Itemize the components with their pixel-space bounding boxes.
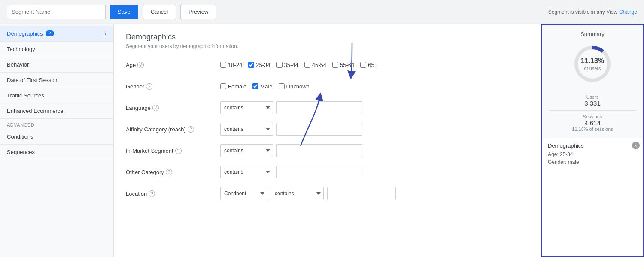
conditions-text: Age: 25-34 Gender: male	[548, 151, 637, 166]
age-checkbox-65plus[interactable]	[360, 62, 366, 68]
affinity-row: Affinity Category (reach) ? contains doe…	[126, 122, 529, 136]
affinity-label: Affinity Category (reach) ?	[126, 126, 220, 133]
gender-checkbox-unknown[interactable]	[279, 83, 285, 89]
location-help-icon[interactable]: ?	[149, 190, 155, 197]
summary-top: Summary 11.13% of users Users 3,331	[542, 25, 643, 138]
gender-row: Gender ? Female Male Unknown	[126, 79, 529, 93]
affinity-controls: contains does not contain exactly matche…	[220, 123, 362, 136]
summary-panel: Summary 11.13% of users Users 3,331	[541, 24, 644, 257]
other-category-help-icon[interactable]: ?	[166, 169, 172, 175]
affinity-dropdown[interactable]: contains does not contain exactly matche…	[220, 123, 273, 136]
sessions-sub: 11.18% of sessions	[572, 127, 613, 132]
location-input[interactable]	[327, 187, 396, 200]
age-option-65plus[interactable]: 65+	[360, 62, 377, 68]
segment-name-input[interactable]	[7, 5, 106, 19]
badge-demographics: 2	[46, 30, 54, 36]
sidebar-item-traffic-sources[interactable]: Traffic Sources	[0, 88, 113, 103]
sidebar-label-technology: Technology	[7, 46, 35, 52]
location-dropdown2[interactable]: contains does not contain exactly matche…	[271, 187, 324, 200]
advanced-section-label: Advanced	[0, 119, 113, 129]
gender-option-unknown[interactable]: Unknown	[279, 83, 310, 90]
gender-option-male[interactable]: Male	[252, 83, 272, 90]
age-row: Age ? 18-24 25-34 35-44 45-54 55-64	[126, 58, 529, 72]
location-dropdown1[interactable]: Continent Country Region City	[220, 187, 267, 200]
sidebar-item-demographics[interactable]: Demographics 2 ›	[0, 26, 113, 42]
language-row: Language ? contains does not contain exa…	[126, 101, 529, 115]
summary-conditions: × Demographics Age: 25-34 Gender: male	[542, 138, 643, 256]
sidebar-item-sequences[interactable]: Sequences	[0, 145, 113, 160]
sidebar-item-date-of-first-session[interactable]: Date of First Session	[0, 73, 113, 88]
preview-button[interactable]: Preview	[180, 5, 216, 19]
sidebar-label-sequences: Sequences	[7, 149, 35, 155]
gender-checkbox-female[interactable]	[220, 83, 226, 89]
language-input[interactable]	[276, 101, 362, 114]
sidebar: Demographics 2 › Technology Behavior Dat…	[0, 24, 114, 257]
sidebar-label-enhanced-ecommerce: Enhanced Ecommerce	[7, 108, 64, 114]
sessions-stat: Sessions 4,614 11.18% of sessions	[572, 112, 613, 133]
donut-center: 11.13% of users	[581, 57, 604, 71]
close-button[interactable]: ×	[632, 142, 640, 149]
in-market-label: In-Market Segment ?	[126, 148, 220, 154]
sidebar-item-behavior[interactable]: Behavior	[0, 57, 113, 73]
language-dropdown[interactable]: contains does not contain exactly matche…	[220, 101, 273, 114]
sidebar-label-date-of-first-session: Date of First Session	[7, 77, 59, 83]
top-bar: Save Cancel Preview Segment is visible i…	[0, 0, 644, 24]
sidebar-item-technology[interactable]: Technology	[0, 42, 113, 57]
age-checkboxes: 18-24 25-34 35-44 45-54 55-64 65+	[220, 62, 377, 68]
in-market-help-icon[interactable]: ?	[175, 148, 182, 154]
donut-label: of users	[584, 66, 601, 71]
sessions-value: 4,614	[572, 119, 613, 127]
age-checkbox-18-24[interactable]	[220, 62, 226, 68]
in-market-input[interactable]	[276, 144, 362, 157]
cancel-button[interactable]: Cancel	[143, 5, 176, 19]
age-label: Age ?	[126, 62, 220, 68]
condition-line-2: Gender: male	[548, 158, 637, 166]
in-market-dropdown[interactable]: contains does not contain exactly matche…	[220, 144, 273, 157]
sidebar-item-enhanced-ecommerce[interactable]: Enhanced Ecommerce	[0, 103, 113, 119]
other-category-dropdown[interactable]: contains does not contain exactly matche…	[220, 166, 273, 178]
sidebar-label-demographics: Demographics	[7, 30, 43, 37]
affinity-input[interactable]	[276, 123, 362, 136]
content-area: Demographics Segment your users by demog…	[114, 24, 541, 257]
gender-label: Gender ?	[126, 83, 220, 90]
age-option-35-44[interactable]: 35-44	[276, 62, 298, 68]
age-help-icon[interactable]: ?	[137, 62, 144, 68]
age-option-45-54[interactable]: 45-54	[304, 62, 326, 68]
location-label: Location ?	[126, 190, 220, 197]
age-checkbox-45-54[interactable]	[304, 62, 310, 68]
language-help-icon[interactable]: ?	[152, 105, 159, 111]
age-checkbox-55-64[interactable]	[332, 62, 338, 68]
users-value: 3,331	[584, 100, 601, 107]
visibility-text: Segment is visible in any View	[548, 9, 617, 15]
chevron-icon: ›	[104, 30, 106, 37]
other-category-input[interactable]	[276, 166, 362, 178]
users-label: Users	[584, 94, 601, 100]
gender-checkboxes: Female Male Unknown	[220, 83, 310, 90]
gender-option-female[interactable]: Female	[220, 83, 246, 90]
age-checkbox-25-34[interactable]	[248, 62, 254, 68]
sidebar-label-behavior: Behavior	[7, 61, 29, 68]
affinity-help-icon[interactable]: ?	[188, 126, 194, 133]
sidebar-label-conditions: Conditions	[7, 133, 33, 140]
condition-line-1: Age: 25-34	[548, 151, 637, 158]
change-link[interactable]: Change	[619, 9, 637, 15]
gender-checkbox-male[interactable]	[252, 83, 258, 89]
other-category-controls: contains does not contain exactly matche…	[220, 166, 362, 178]
age-option-25-34[interactable]: 25-34	[248, 62, 270, 68]
in-market-controls: contains does not contain exactly matche…	[220, 144, 362, 157]
save-button[interactable]: Save	[110, 5, 138, 19]
location-row: Location ? Continent Country Region City…	[126, 187, 529, 200]
content-subtitle: Segment your users by demographic inform…	[126, 43, 529, 49]
age-option-18-24[interactable]: 18-24	[220, 62, 242, 68]
sidebar-item-conditions[interactable]: Conditions	[0, 129, 113, 145]
sessions-label: Sessions	[572, 114, 613, 119]
age-checkbox-35-44[interactable]	[276, 62, 283, 68]
language-label: Language ?	[126, 105, 220, 111]
in-market-row: In-Market Segment ? contains does not co…	[126, 144, 529, 157]
location-controls: Continent Country Region City contains d…	[220, 187, 396, 200]
sidebar-label-traffic-sources: Traffic Sources	[7, 92, 44, 99]
age-option-55-64[interactable]: 55-64	[332, 62, 354, 68]
language-controls: contains does not contain exactly matche…	[220, 101, 362, 114]
visibility-info: Segment is visible in any View Change	[548, 9, 637, 15]
gender-help-icon[interactable]: ?	[146, 83, 152, 90]
